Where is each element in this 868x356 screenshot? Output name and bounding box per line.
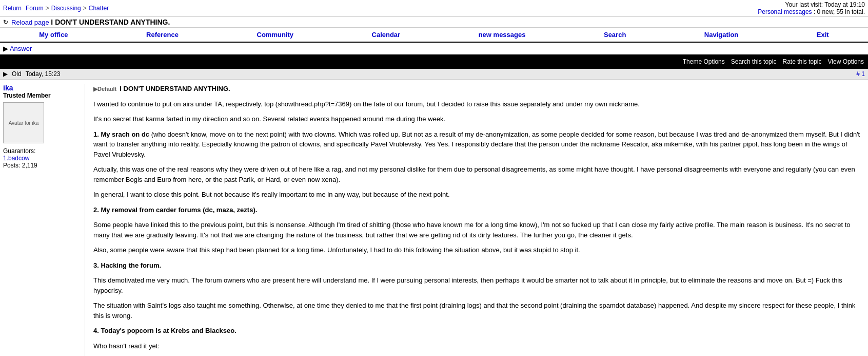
section-1-heading: 1. My srach on dc bbox=[93, 130, 149, 138]
return-link[interactable]: Return bbox=[3, 5, 22, 12]
user-info: Your last visit: Today at 19:10 Personal… bbox=[758, 1, 865, 15]
nav-navigation[interactable]: Navigation bbox=[704, 31, 738, 39]
section-3-heading: 3. Hacking the forum. bbox=[93, 261, 161, 269]
topic-header-left: ▶ Old Today, 15:23 bbox=[3, 70, 61, 78]
post-content: ▶Default I DON'T UNDERSTAND ANYTHING. I … bbox=[85, 84, 865, 356]
nav-community[interactable]: Community bbox=[257, 31, 294, 39]
guarantors-label: Guarantors: bbox=[3, 147, 35, 155]
nav-new-messages[interactable]: new messages bbox=[479, 31, 526, 39]
personal-messages-count: : 0 new, 55 in total. bbox=[812, 8, 865, 15]
post-number: # 1 bbox=[856, 70, 865, 78]
page-title-row: ↻ Reload page I DON'T UNDERSTAND ANYTHIN… bbox=[0, 17, 868, 28]
post-title: ▶Default I DON'T UNDERSTAND ANYTHING. bbox=[93, 84, 865, 94]
post-heading: I DON'T UNDERSTAND ANYTHING. bbox=[120, 84, 230, 94]
last-visit-text: Your last visit: Today at 19:10 bbox=[785, 1, 865, 8]
username-link[interactable]: ika bbox=[3, 84, 13, 92]
forum-link[interactable]: Forum bbox=[26, 5, 44, 12]
post-body: I wanted to continue to put on airs unde… bbox=[93, 99, 865, 357]
post-default-icon: ▶Default bbox=[93, 85, 116, 93]
top-bar: Return Forum > Discussing > Chatter Your… bbox=[0, 0, 868, 17]
paragraph-2: It's no secret that karma farted in my d… bbox=[93, 114, 865, 124]
arrow-icon: ▶ bbox=[3, 45, 8, 52]
page-title: I DON'T UNDERSTAND ANYTHING. bbox=[51, 18, 170, 26]
content-area: ika Trusted Member Avatar for ika Guaran… bbox=[0, 80, 868, 356]
theme-options-link[interactable]: Theme Options bbox=[683, 58, 725, 65]
chatter-link[interactable]: Chatter bbox=[89, 5, 109, 12]
guarantors: Guarantors: 1.badcow Posts: 2,119 bbox=[3, 147, 78, 169]
nav-exit[interactable]: Exit bbox=[817, 31, 829, 39]
guarantor-link[interactable]: 1.badcow bbox=[3, 155, 29, 162]
nav-bar: My office Reference Community Calendar n… bbox=[0, 28, 868, 43]
personal-messages-link[interactable]: Personal messages bbox=[758, 8, 812, 15]
post-date: Today, 15:23 bbox=[26, 70, 61, 78]
section-4-heading: 4. Today's popcorn is at Krebs and Black… bbox=[93, 327, 236, 334]
view-options-link[interactable]: View Options bbox=[828, 58, 864, 65]
paragraph-7: Some people have linked this to the prev… bbox=[93, 220, 865, 240]
posts-count: 2,119 bbox=[22, 162, 37, 169]
paragraph-12: 4. Today's popcorn is at Krebs and Black… bbox=[93, 326, 865, 336]
reload-link[interactable]: Reload page bbox=[11, 18, 49, 26]
avatar-label: Avatar for ika bbox=[9, 120, 39, 126]
nav-calendar[interactable]: Calendar bbox=[372, 31, 401, 39]
section-1-text: (who doesn't know, move on to the next p… bbox=[93, 130, 860, 158]
posts-label: Posts: bbox=[3, 162, 20, 169]
section-2-heading: 2. My removal from carder forums (dc, ma… bbox=[93, 206, 257, 214]
black-bar: Theme Options Search this topic Rate thi… bbox=[0, 54, 868, 69]
search-this-topic-link[interactable]: Search this topic bbox=[731, 58, 777, 65]
paragraph-1: I wanted to continue to put on airs unde… bbox=[93, 99, 865, 109]
post-age-icon: Old bbox=[12, 70, 22, 78]
paragraph-10: This demotivated me very much. The forum… bbox=[93, 275, 865, 295]
paragraph-9: 3. Hacking the forum. bbox=[93, 260, 865, 271]
paragraph-13: Who hasn't read it yet: bbox=[93, 341, 865, 351]
breadcrumb: Return Forum > Discussing > Chatter bbox=[3, 5, 109, 12]
topic-header: ▶ Old Today, 15:23 # 1 bbox=[0, 69, 868, 80]
post-icon: ▶ bbox=[3, 70, 8, 78]
paragraph-8: Also, some people were aware that this s… bbox=[93, 245, 865, 255]
reload-icon: ↻ bbox=[3, 18, 8, 26]
nav-reference[interactable]: Reference bbox=[146, 31, 179, 39]
discussing-link[interactable]: Discussing bbox=[51, 5, 81, 12]
paragraph-6: 2. My removal from carder forums (dc, ma… bbox=[93, 205, 865, 215]
answer-link[interactable]: Answer bbox=[10, 45, 32, 52]
user-panel: ika Trusted Member Avatar for ika Guaran… bbox=[3, 84, 85, 356]
answer-row: ▶ Answer bbox=[0, 43, 868, 54]
rate-this-topic-link[interactable]: Rate this topic bbox=[782, 58, 821, 65]
nav-my-office[interactable]: My office bbox=[39, 31, 68, 39]
post-number-link[interactable]: # 1 bbox=[856, 70, 865, 78]
paragraph-5: In general, I want to close this point. … bbox=[93, 190, 865, 200]
user-title: Trusted Member bbox=[3, 92, 78, 99]
avatar: Avatar for ika bbox=[3, 102, 44, 143]
nav-search[interactable]: Search bbox=[604, 31, 626, 39]
paragraph-11: The situation with Saint's logs also tau… bbox=[93, 301, 865, 321]
paragraph-4: Actually, this was one of the real reaso… bbox=[93, 164, 865, 184]
paragraph-3: 1. My srach on dc (who doesn't know, mov… bbox=[93, 129, 865, 160]
